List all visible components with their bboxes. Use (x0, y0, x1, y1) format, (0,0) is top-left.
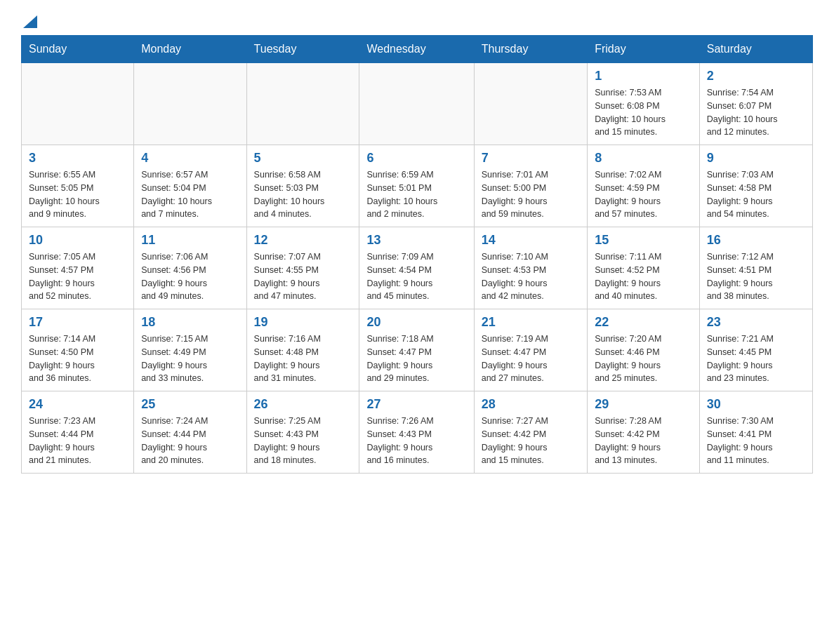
day-number: 12 (254, 233, 352, 248)
day-info: Sunrise: 7:53 AMSunset: 6:08 PMDaylight:… (595, 86, 692, 139)
day-number: 2 (707, 69, 805, 83)
logo (21, 14, 37, 28)
calendar-cell: 5Sunrise: 6:58 AMSunset: 5:03 PMDaylight… (246, 145, 359, 227)
day-info: Sunrise: 7:05 AMSunset: 4:57 PMDaylight:… (29, 250, 126, 303)
calendar-cell: 8Sunrise: 7:02 AMSunset: 4:59 PMDaylight… (588, 145, 700, 227)
calendar-week-row: 17Sunrise: 7:14 AMSunset: 4:50 PMDayligh… (22, 309, 813, 391)
calendar-cell: 24Sunrise: 7:23 AMSunset: 4:44 PMDayligh… (22, 391, 134, 474)
calendar-cell: 2Sunrise: 7:54 AMSunset: 6:07 PMDaylight… (699, 63, 812, 145)
calendar-header-row: SundayMondayTuesdayWednesdayThursdayFrid… (22, 36, 813, 63)
calendar-cell: 15Sunrise: 7:11 AMSunset: 4:52 PMDayligh… (588, 227, 700, 309)
day-info: Sunrise: 7:28 AMSunset: 4:42 PMDaylight:… (595, 415, 692, 467)
day-number: 11 (141, 233, 239, 248)
logo-triangle-icon (23, 13, 37, 28)
calendar-cell: 3Sunrise: 6:55 AMSunset: 5:05 PMDaylight… (22, 145, 134, 227)
calendar-cell: 12Sunrise: 7:07 AMSunset: 4:55 PMDayligh… (246, 227, 359, 309)
calendar-cell (359, 63, 474, 145)
day-info: Sunrise: 7:03 AMSunset: 4:58 PMDaylight:… (707, 168, 805, 221)
calendar-cell: 25Sunrise: 7:24 AMSunset: 4:44 PMDayligh… (134, 391, 246, 474)
day-number: 10 (29, 233, 126, 248)
day-number: 20 (366, 315, 466, 330)
day-info: Sunrise: 7:14 AMSunset: 4:50 PMDaylight:… (29, 333, 126, 385)
calendar-week-row: 1Sunrise: 7:53 AMSunset: 6:08 PMDaylight… (22, 63, 813, 145)
calendar-cell (474, 63, 587, 145)
day-info: Sunrise: 7:15 AMSunset: 4:49 PMDaylight:… (141, 333, 239, 385)
day-info: Sunrise: 7:12 AMSunset: 4:51 PMDaylight:… (707, 250, 805, 303)
calendar-cell (246, 63, 359, 145)
weekday-header-wednesday: Wednesday (359, 36, 474, 63)
day-number: 9 (707, 151, 805, 166)
calendar-table: SundayMondayTuesdayWednesdayThursdayFrid… (21, 35, 813, 474)
day-number: 7 (482, 151, 580, 166)
calendar-cell (134, 63, 246, 145)
day-number: 14 (482, 233, 580, 248)
day-number: 29 (595, 397, 692, 412)
day-info: Sunrise: 7:54 AMSunset: 6:07 PMDaylight:… (707, 86, 805, 139)
day-info: Sunrise: 7:07 AMSunset: 4:55 PMDaylight:… (254, 250, 352, 303)
calendar-cell: 30Sunrise: 7:30 AMSunset: 4:41 PMDayligh… (699, 391, 812, 474)
day-number: 17 (29, 315, 126, 330)
calendar-cell: 4Sunrise: 6:57 AMSunset: 5:04 PMDaylight… (134, 145, 246, 227)
day-number: 24 (29, 397, 126, 412)
calendar-cell: 1Sunrise: 7:53 AMSunset: 6:08 PMDaylight… (588, 63, 700, 145)
day-number: 8 (595, 151, 692, 166)
day-info: Sunrise: 7:11 AMSunset: 4:52 PMDaylight:… (595, 250, 692, 303)
calendar-cell (22, 63, 134, 145)
calendar-cell: 6Sunrise: 6:59 AMSunset: 5:01 PMDaylight… (359, 145, 474, 227)
calendar-cell: 10Sunrise: 7:05 AMSunset: 4:57 PMDayligh… (22, 227, 134, 309)
calendar-cell: 18Sunrise: 7:15 AMSunset: 4:49 PMDayligh… (134, 309, 246, 391)
day-info: Sunrise: 7:25 AMSunset: 4:43 PMDaylight:… (254, 415, 352, 467)
calendar-cell: 16Sunrise: 7:12 AMSunset: 4:51 PMDayligh… (699, 227, 812, 309)
day-info: Sunrise: 7:20 AMSunset: 4:46 PMDaylight:… (595, 333, 692, 385)
day-number: 21 (482, 315, 580, 330)
page-header (21, 14, 813, 28)
calendar-week-row: 10Sunrise: 7:05 AMSunset: 4:57 PMDayligh… (22, 227, 813, 309)
day-info: Sunrise: 7:19 AMSunset: 4:47 PMDaylight:… (482, 333, 580, 385)
day-number: 28 (482, 397, 580, 412)
day-info: Sunrise: 7:16 AMSunset: 4:48 PMDaylight:… (254, 333, 352, 385)
day-number: 4 (141, 151, 239, 166)
calendar-cell: 14Sunrise: 7:10 AMSunset: 4:53 PMDayligh… (474, 227, 587, 309)
calendar-cell: 13Sunrise: 7:09 AMSunset: 4:54 PMDayligh… (359, 227, 474, 309)
day-number: 18 (141, 315, 239, 330)
calendar-cell: 22Sunrise: 7:20 AMSunset: 4:46 PMDayligh… (588, 309, 700, 391)
day-info: Sunrise: 6:58 AMSunset: 5:03 PMDaylight:… (254, 168, 352, 221)
svg-marker-0 (23, 15, 37, 28)
day-number: 25 (141, 397, 239, 412)
day-info: Sunrise: 6:57 AMSunset: 5:04 PMDaylight:… (141, 168, 239, 221)
weekday-header-monday: Monday (134, 36, 246, 63)
day-info: Sunrise: 7:06 AMSunset: 4:56 PMDaylight:… (141, 250, 239, 303)
day-number: 6 (366, 151, 466, 166)
day-info: Sunrise: 7:21 AMSunset: 4:45 PMDaylight:… (707, 333, 805, 385)
calendar-week-row: 24Sunrise: 7:23 AMSunset: 4:44 PMDayligh… (22, 391, 813, 474)
day-info: Sunrise: 7:02 AMSunset: 4:59 PMDaylight:… (595, 168, 692, 221)
weekday-header-thursday: Thursday (474, 36, 587, 63)
weekday-header-friday: Friday (588, 36, 700, 63)
day-number: 19 (254, 315, 352, 330)
weekday-header-saturday: Saturday (699, 36, 812, 63)
day-number: 30 (707, 397, 805, 412)
day-info: Sunrise: 7:23 AMSunset: 4:44 PMDaylight:… (29, 415, 126, 467)
day-number: 1 (595, 69, 692, 83)
calendar-cell: 26Sunrise: 7:25 AMSunset: 4:43 PMDayligh… (246, 391, 359, 474)
calendar-cell: 9Sunrise: 7:03 AMSunset: 4:58 PMDaylight… (699, 145, 812, 227)
day-number: 13 (366, 233, 466, 248)
calendar-cell: 23Sunrise: 7:21 AMSunset: 4:45 PMDayligh… (699, 309, 812, 391)
calendar-cell: 20Sunrise: 7:18 AMSunset: 4:47 PMDayligh… (359, 309, 474, 391)
calendar-week-row: 3Sunrise: 6:55 AMSunset: 5:05 PMDaylight… (22, 145, 813, 227)
day-number: 16 (707, 233, 805, 248)
day-number: 15 (595, 233, 692, 248)
day-number: 22 (595, 315, 692, 330)
day-info: Sunrise: 7:30 AMSunset: 4:41 PMDaylight:… (707, 415, 805, 467)
day-info: Sunrise: 7:01 AMSunset: 5:00 PMDaylight:… (482, 168, 580, 221)
weekday-header-sunday: Sunday (22, 36, 134, 63)
calendar-cell: 29Sunrise: 7:28 AMSunset: 4:42 PMDayligh… (588, 391, 700, 474)
day-number: 26 (254, 397, 352, 412)
calendar-cell: 21Sunrise: 7:19 AMSunset: 4:47 PMDayligh… (474, 309, 587, 391)
calendar-cell: 17Sunrise: 7:14 AMSunset: 4:50 PMDayligh… (22, 309, 134, 391)
calendar-cell: 7Sunrise: 7:01 AMSunset: 5:00 PMDaylight… (474, 145, 587, 227)
day-info: Sunrise: 7:18 AMSunset: 4:47 PMDaylight:… (366, 333, 466, 385)
day-number: 27 (366, 397, 466, 412)
calendar-cell: 19Sunrise: 7:16 AMSunset: 4:48 PMDayligh… (246, 309, 359, 391)
calendar-cell: 28Sunrise: 7:27 AMSunset: 4:42 PMDayligh… (474, 391, 587, 474)
